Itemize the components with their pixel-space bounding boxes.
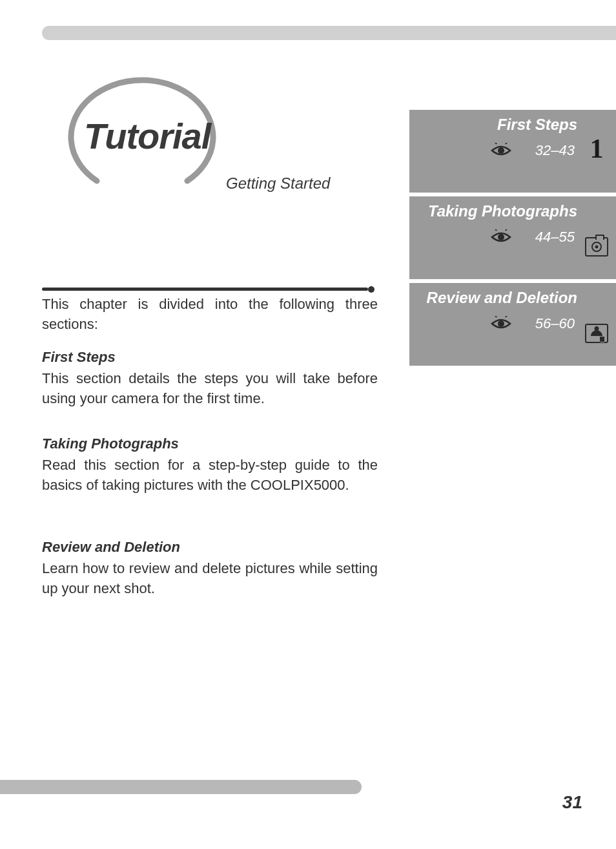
bottom-divider-bar [0, 780, 362, 794]
svg-point-4 [498, 234, 504, 240]
see-pages-icon [490, 143, 512, 158]
review-delete-icon [584, 320, 610, 346]
section-body: Read this section for a step-by-step gui… [42, 456, 378, 496]
section-review-deletion: Review and Deletion Learn how to review … [42, 538, 378, 598]
page-title: Tutorial [84, 115, 210, 157]
section-taking-photographs: Taking Photographs Read this section for… [42, 434, 378, 495]
nav-item-pages: 56–60 [535, 315, 575, 332]
nav-item-title: Review and Deletion [422, 289, 579, 306]
svg-line-3 [506, 143, 508, 144]
section-divider [42, 287, 378, 292]
nav-item-title: First Steps [422, 116, 579, 133]
number-1-icon: 1 [584, 136, 610, 162]
section-title: Taking Photographs [42, 434, 378, 454]
see-pages-icon [490, 316, 512, 331]
page-subtitle: Getting Started [226, 174, 330, 193]
see-pages-icon [490, 229, 512, 245]
nav-item-first-steps[interactable]: First Steps 1 32–43 [409, 110, 616, 193]
section-title: Review and Deletion [42, 538, 378, 558]
nav-item-pages: 32–43 [535, 142, 575, 159]
section-first-steps: First Steps This section details the ste… [42, 348, 378, 408]
nav-item-review-deletion[interactable]: Review and Deletion 56–60 [409, 283, 616, 366]
svg-line-9 [495, 316, 497, 317]
svg-line-11 [506, 316, 508, 317]
svg-point-0 [498, 147, 504, 154]
svg-line-1 [495, 143, 497, 144]
nav-item-taking-photographs[interactable]: Taking Photographs 44–55 [409, 196, 616, 279]
svg-line-5 [495, 229, 497, 231]
svg-line-7 [506, 229, 508, 231]
section-body: This section details the steps you will … [42, 369, 378, 409]
camera-icon [584, 234, 610, 260]
nav-item-title: Taking Photographs [422, 203, 579, 220]
svg-point-8 [498, 320, 504, 327]
section-title: First Steps [42, 348, 378, 368]
page-number: 31 [562, 792, 582, 813]
top-divider-bar [42, 26, 616, 40]
intro-text: This chapter is divided into the followi… [42, 295, 378, 335]
nav-sidebar: First Steps 1 32–43 Taking Photographs [409, 110, 616, 370]
nav-item-pages: 44–55 [535, 229, 575, 246]
section-body: Learn how to review and delete pictures … [42, 559, 378, 599]
